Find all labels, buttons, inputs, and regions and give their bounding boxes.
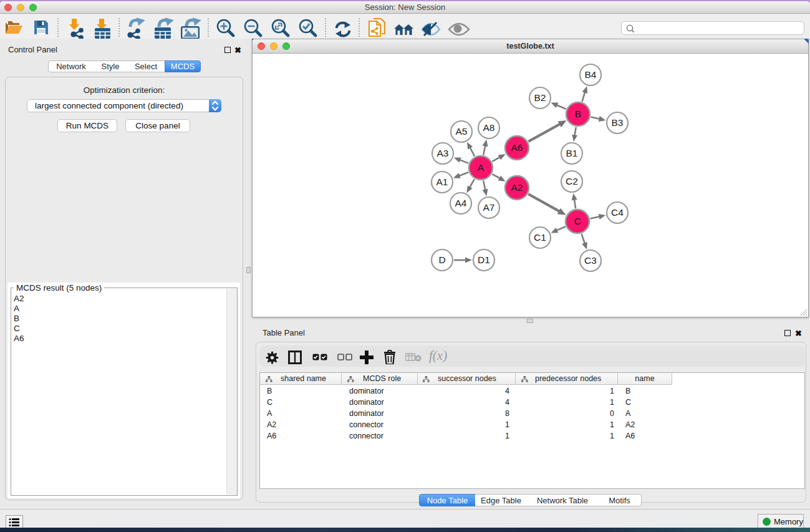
svg-text:B: B bbox=[575, 109, 581, 119]
svg-text:B1: B1 bbox=[566, 148, 578, 158]
svg-text:A6: A6 bbox=[511, 142, 523, 153]
svg-text:A1: A1 bbox=[436, 177, 448, 187]
svg-text:B3: B3 bbox=[612, 117, 624, 128]
svg-text:C1: C1 bbox=[534, 232, 546, 243]
svg-text:A5: A5 bbox=[456, 126, 468, 137]
svg-text:B4: B4 bbox=[585, 69, 597, 80]
svg-text:B2: B2 bbox=[534, 92, 546, 103]
svg-text:A4: A4 bbox=[455, 198, 467, 208]
svg-text:A3: A3 bbox=[437, 148, 449, 158]
svg-text:A7: A7 bbox=[483, 202, 495, 213]
svg-text:C: C bbox=[574, 216, 581, 226]
svg-text:A8: A8 bbox=[483, 122, 495, 133]
svg-text:C3: C3 bbox=[584, 255, 597, 266]
svg-text:D1: D1 bbox=[478, 254, 490, 265]
svg-text:A2: A2 bbox=[511, 182, 523, 193]
svg-text:C4: C4 bbox=[611, 207, 624, 218]
svg-text:A: A bbox=[478, 162, 485, 173]
svg-text:C2: C2 bbox=[566, 176, 578, 186]
svg-text:D: D bbox=[438, 254, 445, 265]
